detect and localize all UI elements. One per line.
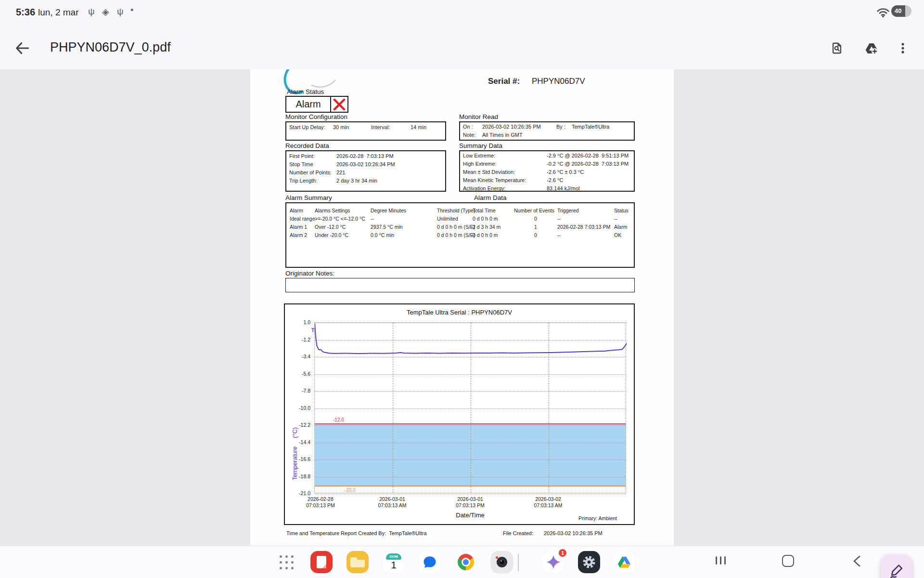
y-gridline <box>315 494 626 494</box>
data-row: Mean ± Std Deviation:-2.6 °C ± 0.3 °C <box>460 169 634 177</box>
y-tick-label: 1.0 <box>288 319 310 325</box>
alarm-table-cell: Under -20.0 °C <box>315 231 371 239</box>
monitor-configuration-title: Monitor Configuration <box>285 113 347 120</box>
chart-y-axis-label: Temperature (°C) <box>292 379 298 480</box>
data-row: Stop Time2026-03-02 10:26:34 PM <box>286 161 445 170</box>
x-tick-label: 2026-03-0107:03:13 PM <box>449 496 492 509</box>
messages-app-button[interactable] <box>419 551 441 573</box>
field-label: High Extreme: <box>463 161 497 167</box>
y-tick-label: -10.0 <box>288 405 310 411</box>
app-bar: PHPYN06D7V_0.pdf <box>0 27 924 69</box>
back-button[interactable] <box>14 40 31 57</box>
chart-title: TempTale Ultra Serial : PHPYN06D7V <box>285 309 634 316</box>
document-app-button[interactable] <box>310 551 333 573</box>
field-label: Number of Points: <box>289 170 332 175</box>
calendar-app-icon: DOM 1 <box>383 551 405 573</box>
data-row: High Extreme:-0.2 °C @ 2026-02-28 7:03:1… <box>460 161 634 169</box>
alarm-table-cell: -- <box>557 231 614 239</box>
alarm-table-cell: OK <box>614 231 632 239</box>
battery-percent: 40 <box>891 7 905 14</box>
field-label: By : <box>556 124 565 130</box>
settings-app-button[interactable] <box>578 551 600 573</box>
gemini-notification-badge: 1 <box>558 548 567 558</box>
serial-label: Serial #: <box>488 77 520 86</box>
summary-data-title: Summary Data <box>459 142 502 149</box>
alarm-table-cell: 1 <box>514 223 557 231</box>
data-row: Trip Length:2 day 3 hr 34 min <box>286 178 445 186</box>
camera-app-button[interactable] <box>491 551 513 573</box>
alarm-table-header: Status <box>614 206 632 214</box>
data-row: Mean Kinetic Temperature:-2.6 °C <box>460 177 634 185</box>
y-tick-label: -14.4 <box>288 439 310 445</box>
field-value: -2.6 °C <box>547 177 563 183</box>
file-created-value: 2026-03-02 10:26:35 PM <box>544 530 603 536</box>
recorded-data-title: Recorded Data <box>285 142 329 149</box>
calendar-day: 1 <box>383 559 405 571</box>
alarm-table-cell: Unlimited <box>437 214 473 223</box>
overflow-menu-button[interactable] <box>896 41 911 56</box>
x-tick-label: 2026-02-2807:03:13 PM <box>299 496 342 509</box>
care-mode-icon: ◈ <box>102 6 109 17</box>
alarm-table-cell: 2 d 3 h 34 m <box>473 223 514 231</box>
originator-notes-box <box>285 278 635 292</box>
alarm-table-row: Ideal range>=-20.0 °C <=-12.0 °C--Unlimi… <box>290 214 632 223</box>
pdf-viewport[interactable]: Serial #: PHPYN06D7V Alarm Status Alarm … <box>0 69 924 546</box>
alarm-table-cell: 2937.5 °C min <box>371 223 437 231</box>
series-start-marker: T <box>311 328 314 333</box>
field-label: Interval: <box>371 124 390 130</box>
chrome-app-button[interactable] <box>455 551 477 573</box>
nav-recents-button[interactable] <box>716 556 726 565</box>
chrome-app-icon <box>455 551 477 573</box>
annotate-fab[interactable] <box>881 555 912 578</box>
alarm-table-cell: Over -12.0 °C <box>315 223 371 231</box>
monitor-read-title: Monitor Read <box>459 113 498 120</box>
data-row: Activation Energy:83.144 kJ/mol <box>460 185 634 194</box>
temperature-chart: TempTale Ultra Serial : PHPYN06D7V Tempe… <box>284 303 635 525</box>
alarm-table-cell: 0 d 0 h 0 m (S/E) <box>437 231 473 239</box>
alarm-table-row: Alarm 1Over -12.0 °C2937.5 °C min0 d 0 h… <box>290 223 632 231</box>
y-tick-label: -18.8 <box>288 473 310 479</box>
calendar-app-button[interactable]: DOM 1 <box>383 551 405 573</box>
alarm-table-cell: -- <box>371 214 437 223</box>
report-created-by: Time and Temperature Report Created By: … <box>286 530 427 536</box>
files-app-button[interactable] <box>346 551 369 573</box>
field-value: -2.6 °C ± 0.3 °C <box>547 169 584 175</box>
alarm-table-header: Alarm <box>290 206 315 214</box>
find-in-document-button[interactable] <box>830 41 845 56</box>
field-value: 2 day 3 hr 34 min <box>336 178 377 184</box>
alarm-table-header: Alarms Settings <box>315 206 371 214</box>
usb-icon: ψ <box>88 6 95 17</box>
alarm-table: AlarmAlarms SettingsDegree MinutesThresh… <box>290 206 632 239</box>
field-value: 2026-02-28 7:03:13 PM <box>336 153 394 159</box>
x-tick-label: 2026-03-0107:03:13 AM <box>371 496 414 509</box>
add-to-drive-button[interactable] <box>865 41 879 56</box>
alarm-table-header: Degree Minutes <box>371 206 437 214</box>
settings-app-icon <box>578 551 600 573</box>
app-grid-button[interactable] <box>275 551 297 573</box>
back-chevron-icon <box>851 554 863 568</box>
alarm-table-cell: Alarm 2 <box>290 231 315 239</box>
status-bar: 5:36 lun, 2 mar ψ ◈ ψ • 40 <box>0 0 924 27</box>
document-app-icon <box>310 551 333 573</box>
nav-home-button[interactable] <box>782 555 794 567</box>
nav-back-button[interactable] <box>851 554 863 570</box>
app-grid-icon <box>280 555 294 569</box>
alarm-table-header: Number of Events <box>514 206 557 214</box>
field-label: Stop Time <box>289 161 313 167</box>
chart-legend: Primary: Ambient <box>545 515 617 521</box>
camera-app-icon <box>491 551 513 573</box>
usb-icon: ψ <box>117 6 124 17</box>
originator-notes-label: Originator Notes: <box>285 270 334 277</box>
gemini-app-button[interactable]: 1 <box>542 551 565 573</box>
status-date: lun, 2 mar <box>38 7 78 18</box>
field-value: 14 min <box>411 124 426 130</box>
alarm-table-header: Threshold (Type) <box>437 206 473 214</box>
alarm-table-cell: 0 <box>514 214 557 223</box>
drive-app-button[interactable] <box>613 551 635 573</box>
home-icon <box>782 555 794 567</box>
files-app-icon <box>346 551 369 573</box>
red-x-icon <box>331 97 347 112</box>
alarm-summary-title: Alarm Summary <box>285 194 332 201</box>
alarm-table-header: Triggered <box>557 206 614 214</box>
temperature-series <box>315 323 627 494</box>
